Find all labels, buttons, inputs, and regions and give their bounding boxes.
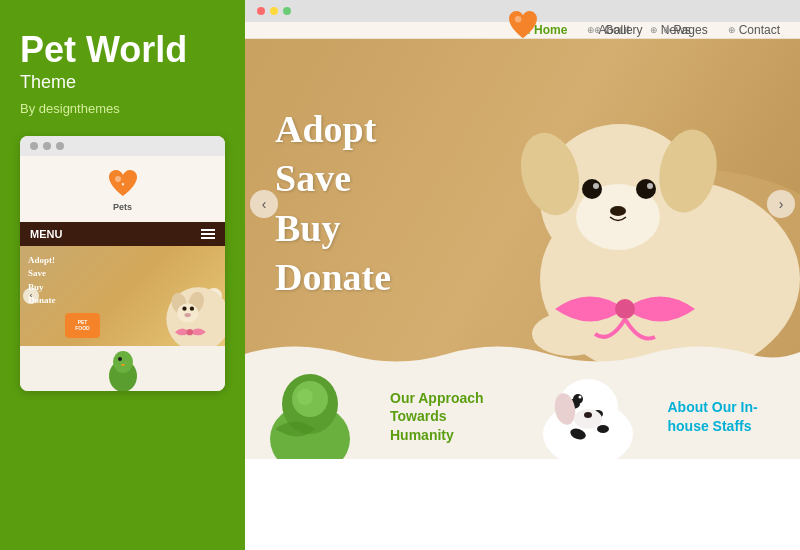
desktop-dot-red [257,7,265,15]
desktop-puppy-image [370,39,800,369]
mobile-dot-2 [43,142,51,150]
desktop-nav: ⌂ Home ⊕ About ⊕ News Pets ⊕ Gallery [245,22,800,39]
svg-point-12 [113,351,133,373]
svg-point-25 [610,206,626,216]
nav-links-right: ⊕ Gallery ⊕ Pages ⊕ Contact [594,23,780,37]
nav-contact[interactable]: ⊕ Contact [728,23,780,37]
pages-icon: ⊕ [663,25,671,35]
mobile-menu-label: MENU [30,228,62,240]
hamburger-icon [201,229,215,239]
svg-point-9 [184,313,190,317]
svg-point-0 [115,176,121,182]
mobile-parrot-image [98,346,148,391]
mobile-dot-3 [56,142,64,150]
svg-point-45 [584,412,592,418]
svg-point-24 [647,183,653,189]
svg-point-13 [118,357,122,361]
nav-gallery[interactable]: ⊕ Gallery [594,23,643,37]
desktop-bottom-section: Our Approach Towards Humanity [245,369,800,459]
svg-point-21 [582,179,602,199]
bottom-text-right: About Our In-house Staffs [653,369,801,459]
mobile-arrow-left[interactable]: ‹ [23,288,39,304]
svg-point-14 [514,16,521,23]
contact-icon: ⊕ [728,25,736,35]
svg-point-10 [187,329,193,335]
hero-arrow-left[interactable]: ‹ [250,190,278,218]
desktop-hero: AdoptSaveBuyDonate [245,39,800,369]
svg-point-22 [636,179,656,199]
bottom-text-left: Our Approach Towards Humanity [375,369,523,459]
gallery-icon: ⊕ [594,25,602,35]
svg-point-7 [182,306,186,310]
hero-wave [245,334,800,369]
bottom-dalmatian [523,369,653,459]
title-text: Pet World [20,30,225,70]
svg-point-41 [573,394,583,404]
desktop-dot-green [283,7,291,15]
right-panel: ⌂ Home ⊕ About ⊕ News Pets ⊕ Gallery [245,0,800,550]
mobile-logo: ♥ Pets [105,166,141,212]
parrot-image [245,369,375,459]
bottom-parrot [245,369,375,459]
mobile-hero: Adopt!SaveBuyDonate ‹ › PETFOOD [20,246,225,346]
mobile-top-bar [20,136,225,156]
dalmatian-image [523,369,653,459]
svg-point-34 [297,389,313,405]
svg-point-42 [578,396,581,399]
mobile-bottom-preview [20,346,225,391]
mobile-preview: ♥ Pets MENU Adopt!SaveBuyDonate ‹ › PETF… [20,136,225,391]
hero-arrow-right[interactable]: › [767,190,795,218]
svg-point-23 [593,183,599,189]
mobile-menu-bar[interactable]: MENU [20,222,225,246]
bottom-title-right: About Our In-house Staffs [668,398,786,434]
subtitle-text: Theme [20,72,225,93]
svg-point-40 [597,425,609,433]
nav-pages[interactable]: ⊕ Pages [663,23,708,37]
mobile-header: ♥ Pets [20,156,225,222]
svg-point-8 [190,306,194,310]
svg-point-28 [615,299,635,319]
left-panel: Pet World Theme By designthemes ♥ Pets M… [0,0,245,550]
svg-text:♥: ♥ [121,181,124,187]
mobile-dot-1 [30,142,38,150]
bottom-title-left: Our Approach Towards Humanity [390,389,508,444]
mobile-logo-label: Pets [113,202,132,212]
theme-title: Pet World Theme By designthemes [20,30,225,116]
desktop-dot-yellow [270,7,278,15]
mobile-pet-food-badge: PETFOOD [65,313,100,338]
author-text: By designthemes [20,101,225,116]
mobile-puppy-image [145,266,225,346]
